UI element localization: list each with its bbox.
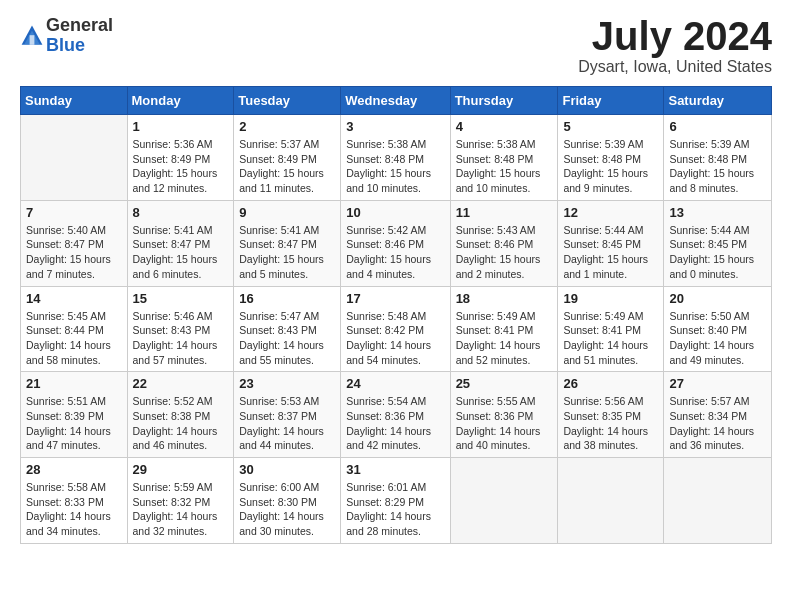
calendar-day-cell: 30Sunrise: 6:00 AM Sunset: 8:30 PM Dayli… [234, 458, 341, 544]
day-info: Sunrise: 5:55 AM Sunset: 8:36 PM Dayligh… [456, 394, 553, 453]
day-number: 21 [26, 376, 122, 391]
day-number: 17 [346, 291, 444, 306]
day-info: Sunrise: 5:44 AM Sunset: 8:45 PM Dayligh… [669, 223, 766, 282]
day-number: 29 [133, 462, 229, 477]
day-number: 4 [456, 119, 553, 134]
day-info: Sunrise: 5:44 AM Sunset: 8:45 PM Dayligh… [563, 223, 658, 282]
calendar-day-cell: 6Sunrise: 5:39 AM Sunset: 8:48 PM Daylig… [664, 115, 772, 201]
calendar-day-cell: 27Sunrise: 5:57 AM Sunset: 8:34 PM Dayli… [664, 372, 772, 458]
day-number: 26 [563, 376, 658, 391]
title-block: July 2024 Dysart, Iowa, United States [578, 16, 772, 76]
calendar-day-cell: 28Sunrise: 5:58 AM Sunset: 8:33 PM Dayli… [21, 458, 128, 544]
calendar-week-row: 1Sunrise: 5:36 AM Sunset: 8:49 PM Daylig… [21, 115, 772, 201]
day-number: 31 [346, 462, 444, 477]
calendar-header-row: SundayMondayTuesdayWednesdayThursdayFrid… [21, 87, 772, 115]
day-info: Sunrise: 5:41 AM Sunset: 8:47 PM Dayligh… [133, 223, 229, 282]
calendar-day-cell [664, 458, 772, 544]
calendar-day-cell: 23Sunrise: 5:53 AM Sunset: 8:37 PM Dayli… [234, 372, 341, 458]
calendar-day-cell: 11Sunrise: 5:43 AM Sunset: 8:46 PM Dayli… [450, 200, 558, 286]
day-number: 22 [133, 376, 229, 391]
calendar-day-cell [21, 115, 128, 201]
calendar-day-cell: 20Sunrise: 5:50 AM Sunset: 8:40 PM Dayli… [664, 286, 772, 372]
day-number: 16 [239, 291, 335, 306]
month-title: July 2024 [578, 16, 772, 56]
day-number: 1 [133, 119, 229, 134]
location: Dysart, Iowa, United States [578, 58, 772, 76]
calendar-day-cell [558, 458, 664, 544]
day-number: 6 [669, 119, 766, 134]
day-info: Sunrise: 5:38 AM Sunset: 8:48 PM Dayligh… [346, 137, 444, 196]
calendar-week-row: 28Sunrise: 5:58 AM Sunset: 8:33 PM Dayli… [21, 458, 772, 544]
day-number: 12 [563, 205, 658, 220]
day-info: Sunrise: 5:42 AM Sunset: 8:46 PM Dayligh… [346, 223, 444, 282]
calendar-table: SundayMondayTuesdayWednesdayThursdayFrid… [20, 86, 772, 544]
day-number: 14 [26, 291, 122, 306]
day-info: Sunrise: 5:57 AM Sunset: 8:34 PM Dayligh… [669, 394, 766, 453]
calendar-day-cell: 4Sunrise: 5:38 AM Sunset: 8:48 PM Daylig… [450, 115, 558, 201]
day-number: 10 [346, 205, 444, 220]
day-info: Sunrise: 5:47 AM Sunset: 8:43 PM Dayligh… [239, 309, 335, 368]
day-info: Sunrise: 5:48 AM Sunset: 8:42 PM Dayligh… [346, 309, 444, 368]
calendar-day-cell: 25Sunrise: 5:55 AM Sunset: 8:36 PM Dayli… [450, 372, 558, 458]
logo-text: General Blue [46, 16, 113, 56]
day-info: Sunrise: 5:51 AM Sunset: 8:39 PM Dayligh… [26, 394, 122, 453]
calendar-day-cell [450, 458, 558, 544]
day-number: 30 [239, 462, 335, 477]
calendar-day-cell: 8Sunrise: 5:41 AM Sunset: 8:47 PM Daylig… [127, 200, 234, 286]
day-info: Sunrise: 5:46 AM Sunset: 8:43 PM Dayligh… [133, 309, 229, 368]
calendar-day-cell: 12Sunrise: 5:44 AM Sunset: 8:45 PM Dayli… [558, 200, 664, 286]
calendar-day-cell: 2Sunrise: 5:37 AM Sunset: 8:49 PM Daylig… [234, 115, 341, 201]
day-number: 3 [346, 119, 444, 134]
calendar-day-cell: 15Sunrise: 5:46 AM Sunset: 8:43 PM Dayli… [127, 286, 234, 372]
day-number: 13 [669, 205, 766, 220]
day-info: Sunrise: 5:37 AM Sunset: 8:49 PM Dayligh… [239, 137, 335, 196]
day-info: Sunrise: 5:36 AM Sunset: 8:49 PM Dayligh… [133, 137, 229, 196]
calendar-day-cell: 18Sunrise: 5:49 AM Sunset: 8:41 PM Dayli… [450, 286, 558, 372]
day-number: 11 [456, 205, 553, 220]
calendar-day-cell: 19Sunrise: 5:49 AM Sunset: 8:41 PM Dayli… [558, 286, 664, 372]
day-number: 18 [456, 291, 553, 306]
day-info: Sunrise: 5:40 AM Sunset: 8:47 PM Dayligh… [26, 223, 122, 282]
calendar-day-cell: 22Sunrise: 5:52 AM Sunset: 8:38 PM Dayli… [127, 372, 234, 458]
calendar-day-cell: 31Sunrise: 6:01 AM Sunset: 8:29 PM Dayli… [341, 458, 450, 544]
calendar-day-cell: 21Sunrise: 5:51 AM Sunset: 8:39 PM Dayli… [21, 372, 128, 458]
day-of-week-header: Tuesday [234, 87, 341, 115]
day-number: 15 [133, 291, 229, 306]
day-number: 23 [239, 376, 335, 391]
day-info: Sunrise: 5:59 AM Sunset: 8:32 PM Dayligh… [133, 480, 229, 539]
calendar-week-row: 14Sunrise: 5:45 AM Sunset: 8:44 PM Dayli… [21, 286, 772, 372]
day-number: 7 [26, 205, 122, 220]
day-number: 28 [26, 462, 122, 477]
calendar-day-cell: 9Sunrise: 5:41 AM Sunset: 8:47 PM Daylig… [234, 200, 341, 286]
day-info: Sunrise: 5:53 AM Sunset: 8:37 PM Dayligh… [239, 394, 335, 453]
day-number: 27 [669, 376, 766, 391]
calendar-day-cell: 13Sunrise: 5:44 AM Sunset: 8:45 PM Dayli… [664, 200, 772, 286]
day-of-week-header: Monday [127, 87, 234, 115]
svg-rect-2 [30, 35, 35, 45]
logo: General Blue [20, 16, 113, 56]
day-info: Sunrise: 5:54 AM Sunset: 8:36 PM Dayligh… [346, 394, 444, 453]
day-info: Sunrise: 6:00 AM Sunset: 8:30 PM Dayligh… [239, 480, 335, 539]
day-info: Sunrise: 5:49 AM Sunset: 8:41 PM Dayligh… [456, 309, 553, 368]
day-of-week-header: Sunday [21, 87, 128, 115]
calendar-day-cell: 1Sunrise: 5:36 AM Sunset: 8:49 PM Daylig… [127, 115, 234, 201]
day-info: Sunrise: 5:52 AM Sunset: 8:38 PM Dayligh… [133, 394, 229, 453]
calendar-day-cell: 5Sunrise: 5:39 AM Sunset: 8:48 PM Daylig… [558, 115, 664, 201]
logo-blue: Blue [46, 35, 85, 55]
day-number: 25 [456, 376, 553, 391]
calendar-day-cell: 16Sunrise: 5:47 AM Sunset: 8:43 PM Dayli… [234, 286, 341, 372]
logo-icon [20, 24, 44, 48]
day-of-week-header: Wednesday [341, 87, 450, 115]
day-number: 8 [133, 205, 229, 220]
calendar-day-cell: 3Sunrise: 5:38 AM Sunset: 8:48 PM Daylig… [341, 115, 450, 201]
day-info: Sunrise: 5:50 AM Sunset: 8:40 PM Dayligh… [669, 309, 766, 368]
day-of-week-header: Thursday [450, 87, 558, 115]
logo-general: General [46, 15, 113, 35]
day-of-week-header: Saturday [664, 87, 772, 115]
calendar-week-row: 7Sunrise: 5:40 AM Sunset: 8:47 PM Daylig… [21, 200, 772, 286]
day-info: Sunrise: 5:45 AM Sunset: 8:44 PM Dayligh… [26, 309, 122, 368]
day-of-week-header: Friday [558, 87, 664, 115]
day-number: 20 [669, 291, 766, 306]
header: General Blue July 2024 Dysart, Iowa, Uni… [20, 16, 772, 76]
calendar-day-cell: 7Sunrise: 5:40 AM Sunset: 8:47 PM Daylig… [21, 200, 128, 286]
